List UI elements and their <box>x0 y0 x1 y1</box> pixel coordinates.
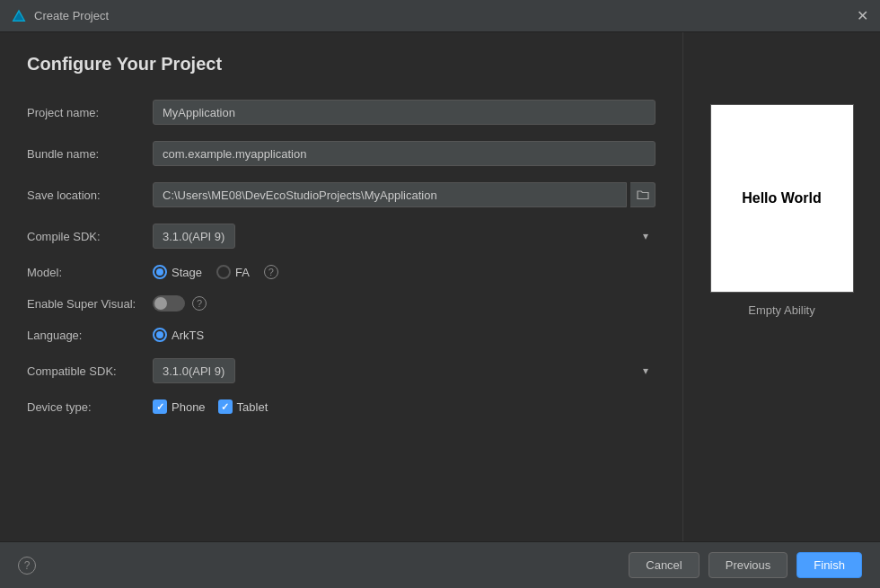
model-stage-dot <box>156 268 163 276</box>
language-arkts-label: ArkTS <box>172 329 204 342</box>
super-visual-help-icon[interactable]: ? <box>192 296 207 311</box>
browse-folder-button[interactable] <box>630 182 656 207</box>
bundle-name-input[interactable] <box>153 141 656 166</box>
device-tablet-checkbox[interactable]: ✓ <box>218 399 233 414</box>
device-tablet-option[interactable]: ✓ Tablet <box>218 399 268 414</box>
compile-sdk-select[interactable]: 3.1.0(API 9) 3.0.0(API 8) 2.2.0(API 7) <box>153 224 235 249</box>
device-type-row: Device type: ✓ Phone ✓ Tablet <box>27 399 656 414</box>
project-name-input[interactable] <box>153 100 656 125</box>
compatible-sdk-select[interactable]: 3.1.0(API 9) 3.0.0(API 8) 2.2.0(API 7) <box>153 358 235 383</box>
help-icon[interactable]: ? <box>18 557 36 575</box>
compatible-sdk-label: Compatible SDK: <box>27 364 153 378</box>
preview-template-label: Empty Ability <box>748 303 814 317</box>
super-visual-label: Enable Super Visual: <box>27 297 153 311</box>
compatible-sdk-select-wrapper: 3.1.0(API 9) 3.0.0(API 8) 2.2.0(API 7) <box>153 358 656 383</box>
bundle-name-row: Bundle name: <box>27 141 656 166</box>
device-phone-checkbox[interactable]: ✓ <box>153 399 167 414</box>
compatible-sdk-row: Compatible SDK: 3.1.0(API 9) 3.0.0(API 8… <box>27 358 656 383</box>
language-radio-group: ArkTS <box>153 328 204 342</box>
language-arkts-option[interactable]: ArkTS <box>153 328 204 342</box>
folder-icon <box>637 189 649 200</box>
device-phone-option[interactable]: ✓ Phone <box>153 399 206 414</box>
compile-sdk-label: Compile SDK: <box>27 230 153 243</box>
model-radio-group: Stage FA ? <box>153 265 278 279</box>
previous-button[interactable]: Previous <box>708 552 788 578</box>
preview-hello-text: Hello World <box>742 190 822 206</box>
language-row: Language: ArkTS <box>27 328 656 342</box>
device-tablet-label: Tablet <box>237 400 268 414</box>
dialog-title: Create Project <box>34 9 109 22</box>
model-label: Model: <box>27 266 153 279</box>
close-icon[interactable]: ✕ <box>855 9 869 23</box>
location-wrapper <box>153 182 656 207</box>
language-arkts-dot <box>156 331 163 338</box>
left-panel: Configure Your Project Project name: Bun… <box>0 32 682 588</box>
super-visual-toggle[interactable] <box>153 295 185 312</box>
language-label: Language: <box>27 329 153 342</box>
model-fa-radio[interactable] <box>216 265 231 279</box>
model-fa-label: FA <box>235 266 250 279</box>
project-name-row: Project name: <box>27 100 656 125</box>
device-phone-label: Phone <box>172 400 206 414</box>
device-type-label: Device type: <box>27 400 153 414</box>
model-stage-label: Stage <box>172 266 202 279</box>
compile-sdk-row: Compile SDK: 3.1.0(API 9) 3.0.0(API 8) 2… <box>27 224 656 249</box>
save-location-input[interactable] <box>153 182 627 207</box>
footer-buttons: Cancel Previous Finish <box>629 552 862 578</box>
title-bar: Create Project ✕ <box>0 0 880 32</box>
compile-sdk-select-wrapper: 3.1.0(API 9) 3.0.0(API 8) 2.2.0(API 7) <box>153 224 656 249</box>
toggle-knob <box>154 297 167 310</box>
model-row: Model: Stage FA ? <box>27 265 656 279</box>
project-name-label: Project name: <box>27 106 153 119</box>
device-type-checkbox-group: ✓ Phone ✓ Tablet <box>153 399 268 414</box>
finish-button[interactable]: Finish <box>796 552 862 578</box>
main-content: Configure Your Project Project name: Bun… <box>0 32 880 588</box>
model-stage-radio[interactable] <box>153 265 167 279</box>
app-logo-icon <box>11 8 27 24</box>
language-arkts-radio[interactable] <box>153 328 167 342</box>
save-location-row: Save location: <box>27 182 656 207</box>
super-visual-toggle-wrapper: ? <box>153 295 207 312</box>
save-location-label: Save location: <box>27 189 153 202</box>
page-title: Configure Your Project <box>27 54 656 75</box>
device-tablet-checkmark: ✓ <box>221 401 229 413</box>
cancel-button[interactable]: Cancel <box>629 552 699 578</box>
device-phone-checkmark: ✓ <box>156 401 164 413</box>
model-fa-option[interactable]: FA <box>216 265 250 279</box>
bundle-name-label: Bundle name: <box>27 147 153 161</box>
right-panel: Hello World Empty Ability <box>682 32 880 588</box>
model-stage-option[interactable]: Stage <box>153 265 202 279</box>
footer: ? Cancel Previous Finish <box>0 541 880 588</box>
preview-frame: Hello World <box>710 104 854 293</box>
title-bar-left: Create Project <box>11 8 109 24</box>
super-visual-row: Enable Super Visual: ? <box>27 295 656 312</box>
model-help-icon[interactable]: ? <box>264 265 278 279</box>
